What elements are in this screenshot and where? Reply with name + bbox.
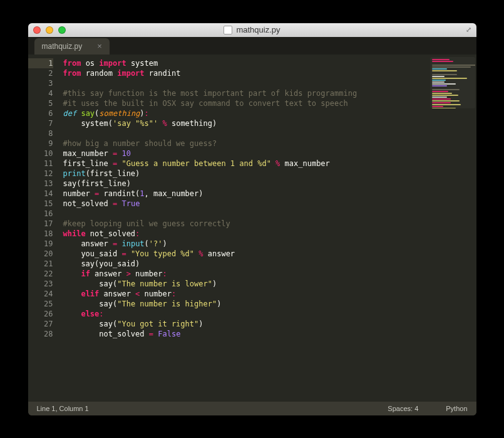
line-number: 7	[28, 118, 53, 128]
line-number: 28	[28, 329, 53, 339]
code-line[interactable]: answer = input('?')	[63, 239, 476, 249]
code-line[interactable]: say(first_line)	[63, 179, 476, 189]
line-number: 16	[28, 209, 53, 219]
minimap-line	[432, 96, 447, 98]
line-number: 15	[28, 199, 53, 209]
close-icon[interactable]	[33, 26, 41, 34]
line-number: 8	[28, 128, 53, 138]
minimap-line	[432, 74, 457, 75]
line-number: 21	[28, 259, 53, 269]
code-line[interactable]: not_solved = True	[63, 199, 476, 209]
fullscreen-icon[interactable]: ⤢	[466, 26, 471, 34]
minimap-line	[432, 65, 475, 66]
code-line[interactable]: first_line = "Guess a number between 1 a…	[63, 159, 476, 169]
minimap-line	[432, 80, 446, 81]
minimap-line	[432, 104, 461, 105]
cursor-position[interactable]: Line 1, Column 1	[37, 405, 89, 412]
minimize-icon[interactable]	[46, 26, 53, 34]
line-number: 20	[28, 249, 53, 259]
code-line[interactable]: say("The number is higher")	[63, 299, 476, 309]
minimap-line	[432, 108, 456, 108]
line-number: 14	[28, 189, 53, 199]
window-controls	[33, 26, 66, 34]
minimap-line	[432, 100, 460, 102]
code-area[interactable]: from os import systemfrom random import …	[59, 55, 476, 402]
line-number: 27	[28, 319, 53, 329]
line-number: 22	[28, 269, 53, 279]
code-line[interactable]	[63, 209, 476, 219]
code-line[interactable]: say("The number is lower")	[63, 279, 476, 289]
editor[interactable]: 1234567891011121314151617181920212223242…	[28, 55, 476, 402]
code-line[interactable]: max_number = 10	[63, 149, 476, 159]
code-line[interactable]	[63, 78, 476, 88]
minimap-line	[432, 85, 447, 86]
line-number: 17	[28, 219, 53, 229]
tab-label: mathquiz.py	[42, 42, 83, 51]
code-line[interactable]: not_solved = False	[63, 329, 476, 339]
minimap-line	[432, 102, 451, 103]
minimap-line	[432, 106, 443, 107]
line-number: 13	[28, 179, 53, 189]
line-number: 4	[28, 88, 53, 98]
line-number: 2	[28, 68, 53, 78]
code-line[interactable]: from random import randint	[63, 68, 476, 78]
code-line[interactable]: print(first_line)	[63, 169, 476, 179]
code-line[interactable]: you_said = "You typed %d" % answer	[63, 249, 476, 259]
line-number: 3	[28, 78, 53, 88]
minimap-line	[432, 89, 460, 90]
line-number: 26	[28, 309, 53, 319]
tab-bar: mathquiz.py ×	[28, 37, 476, 55]
indent-setting[interactable]: Spaces: 4	[388, 405, 418, 412]
minimap[interactable]	[430, 57, 475, 108]
app-window: mathquiz.py ⤢ mathquiz.py × 123456789101…	[28, 23, 476, 415]
code-line[interactable]: system('say "%s"' % something)	[63, 118, 476, 128]
code-line[interactable]: elif answer < number:	[63, 289, 476, 299]
minimap-line	[432, 78, 467, 79]
status-bar: Line 1, Column 1 Spaces: 4 Python	[28, 402, 476, 415]
line-number-gutter: 1234567891011121314151617181920212223242…	[28, 55, 59, 402]
code-line[interactable]: def say(something):	[63, 108, 476, 118]
line-number: 12	[28, 169, 53, 179]
code-line[interactable]: #this say function is the most important…	[63, 88, 476, 98]
line-number: 19	[28, 239, 53, 249]
minimap-line	[432, 66, 471, 68]
minimap-line	[432, 83, 456, 85]
code-line[interactable]: #it uses the built in OSX say command to…	[63, 98, 476, 108]
minimap-line	[432, 98, 451, 100]
minimap-line	[432, 76, 445, 77]
syntax-setting[interactable]: Python	[446, 405, 467, 412]
code-line[interactable]: say("You got it right")	[63, 319, 476, 329]
document-icon	[224, 26, 232, 34]
line-number: 1	[28, 58, 53, 68]
minimap-line	[432, 61, 453, 62]
line-number: 9	[28, 138, 53, 149]
minimap-line	[432, 68, 447, 70]
minimap-line	[432, 91, 448, 92]
line-number: 11	[28, 159, 53, 169]
code-line[interactable]: else:	[63, 309, 476, 319]
code-line[interactable]: if answer > number:	[63, 269, 476, 279]
minimap-line	[432, 93, 452, 94]
code-line[interactable]: #how big a number should we guess?	[63, 138, 476, 149]
code-line[interactable]: say(you_said)	[63, 259, 476, 269]
line-number: 10	[28, 149, 53, 159]
line-number: 6	[28, 108, 53, 118]
line-number: 24	[28, 289, 53, 299]
tab-file[interactable]: mathquiz.py ×	[34, 38, 110, 55]
line-number: 18	[28, 229, 53, 239]
code-line[interactable]: #keep looping unil we guess correctly	[63, 219, 476, 229]
titlebar[interactable]: mathquiz.py ⤢	[28, 23, 476, 37]
line-number: 23	[28, 279, 53, 289]
code-line[interactable]: while not_solved:	[63, 229, 476, 239]
minimap-line	[432, 95, 458, 96]
code-line[interactable]	[63, 128, 476, 138]
code-line[interactable]: from os import system	[63, 58, 476, 68]
zoom-icon[interactable]	[58, 26, 66, 34]
close-icon[interactable]: ×	[97, 41, 102, 51]
minimap-line	[432, 81, 445, 83]
line-number: 5	[28, 98, 53, 108]
minimap-line	[432, 59, 450, 60]
code-line[interactable]: number = randint(1, max_number)	[63, 189, 476, 199]
window-title: mathquiz.py	[236, 25, 280, 34]
minimap-line	[432, 70, 457, 71]
